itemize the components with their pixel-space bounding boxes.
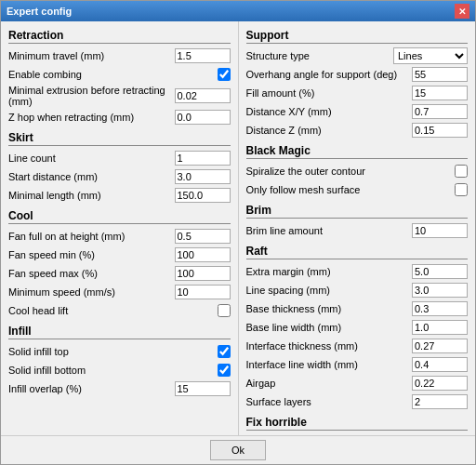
field-row: Z hop when retracting (mm) — [8, 109, 231, 126]
field-input[interactable] — [175, 48, 231, 63]
field-row: Minimum travel (mm) — [8, 47, 231, 64]
field-row: Fill amount (%) — [246, 85, 469, 101]
section-title-black_magic: Black Magic — [246, 144, 469, 159]
field-input[interactable] — [175, 247, 231, 262]
field-select[interactable]: LinesGridNone — [393, 47, 468, 64]
field-label: Structure type — [246, 50, 394, 61]
field-row: Extra margin (mm) — [246, 263, 469, 280]
field-row: Fan speed max (%) — [8, 265, 231, 282]
field-row: Minimal extrusion before retracting (mm) — [8, 85, 231, 107]
field-label: Minimum speed (mm/s) — [8, 286, 175, 298]
field-label: Line spacing (mm) — [246, 285, 413, 296]
field-checkbox[interactable] — [218, 364, 231, 377]
field-input[interactable] — [412, 264, 468, 279]
field-checkbox[interactable] — [218, 345, 231, 358]
field-input[interactable] — [175, 110, 231, 125]
field-row: Interface thickness (mm) — [246, 338, 469, 354]
field-input[interactable] — [412, 301, 468, 316]
field-row: Minimum speed (mm/s) — [8, 284, 231, 300]
field-label: Overhang angle for support (deg) — [246, 69, 413, 80]
section-title-cool: Cool — [8, 209, 231, 224]
field-row: Solid infill bottom — [8, 362, 231, 379]
field-input[interactable] — [175, 151, 231, 166]
close-button[interactable]: ✕ — [455, 4, 469, 19]
field-checkbox[interactable] — [218, 68, 231, 81]
right-column: SupportStructure typeLinesGridNoneOverha… — [239, 21, 476, 435]
field-input[interactable] — [412, 339, 468, 353]
field-input[interactable] — [412, 376, 468, 391]
section-title-raft: Raft — [246, 245, 469, 259]
titlebar: Expert config ✕ — [1, 1, 475, 21]
field-row: Interface line width (mm) — [246, 356, 469, 373]
field-label: Brim line amount — [246, 225, 413, 236]
field-label: Z hop when retracting (mm) — [8, 112, 175, 123]
field-input[interactable] — [412, 394, 468, 409]
field-input[interactable] — [412, 283, 468, 298]
field-label: Spiralize the outer contour — [246, 166, 456, 177]
field-label: Fan speed min (%) — [8, 249, 175, 260]
field-input[interactable] — [175, 169, 231, 184]
left-column: RetractionMinimum travel (mm)Enable comb… — [1, 21, 239, 435]
field-input[interactable] — [412, 86, 468, 100]
field-input[interactable] — [175, 188, 231, 203]
field-row: Cool head lift — [8, 302, 231, 319]
field-row: Surface layers — [246, 393, 469, 410]
field-row: Enable combing — [8, 66, 231, 83]
content-area: RetractionMinimum travel (mm)Enable comb… — [1, 21, 475, 435]
section-title-infill: Infill — [8, 325, 231, 339]
field-checkbox[interactable] — [455, 183, 468, 196]
field-row: Base line width (mm) — [246, 319, 469, 336]
field-input[interactable] — [412, 223, 468, 238]
field-label: Start distance (mm) — [8, 171, 175, 182]
field-row: Airgap — [246, 375, 469, 392]
field-label: Fill amount (%) — [246, 87, 413, 99]
field-row: Only follow mesh surface — [246, 181, 469, 198]
bottom-bar: Ok — [1, 435, 475, 464]
field-input[interactable] — [412, 104, 468, 119]
field-row: Distance X/Y (mm) — [246, 103, 469, 120]
field-input[interactable] — [412, 357, 468, 372]
field-row: Overhang angle for support (deg) — [246, 66, 469, 83]
field-input[interactable] — [412, 67, 468, 82]
field-label: Distance X/Y (mm) — [246, 106, 413, 117]
field-row: Solid infill top — [8, 343, 231, 360]
field-label: Fan speed max (%) — [8, 268, 175, 279]
field-checkbox[interactable] — [455, 165, 468, 178]
field-label: Solid infill bottom — [8, 365, 218, 376]
expert-config-window: Expert config ✕ RetractionMinimum travel… — [0, 0, 476, 465]
field-label: Infill overlap (%) — [8, 383, 175, 394]
field-input[interactable] — [175, 266, 231, 281]
field-row: Spiralize the outer contour — [246, 163, 469, 179]
field-label: Only follow mesh surface — [246, 184, 456, 195]
section-title-skirt: Skirt — [8, 131, 231, 146]
field-label: Distance Z (mm) — [246, 125, 413, 136]
field-label: Enable combing — [8, 69, 218, 80]
window-title: Expert config — [7, 6, 72, 17]
field-row: Structure typeLinesGridNone — [246, 47, 469, 64]
field-row: Start distance (mm) — [8, 168, 231, 185]
field-label: Minimal extrusion before retracting (mm) — [8, 85, 175, 107]
field-row: Infill overlap (%) — [8, 380, 231, 397]
field-checkbox[interactable] — [218, 304, 231, 317]
field-input[interactable] — [175, 229, 231, 244]
field-row: Brim line amount — [246, 222, 469, 239]
field-label: Surface layers — [246, 396, 413, 407]
field-input[interactable] — [175, 285, 231, 299]
section-title-retraction: Retraction — [8, 29, 231, 44]
field-label: Fan full on at height (mm) — [8, 231, 175, 242]
field-row: Fan full on at height (mm) — [8, 228, 231, 245]
field-row: Line spacing (mm) — [246, 282, 469, 299]
field-label: Base line width (mm) — [246, 322, 413, 333]
field-input[interactable] — [412, 123, 468, 138]
section-title-fix_horrible: Fix horrible — [246, 416, 469, 431]
field-row: Line count — [8, 150, 231, 166]
section-title-brim: Brim — [246, 204, 469, 219]
field-row: Minimal length (mm) — [8, 187, 231, 204]
ok-button[interactable]: Ok — [210, 440, 266, 460]
field-row: Base thickness (mm) — [246, 300, 469, 317]
field-input[interactable] — [175, 381, 231, 396]
field-input[interactable] — [175, 88, 231, 103]
field-input[interactable] — [412, 320, 468, 335]
field-label: Interface thickness (mm) — [246, 340, 413, 352]
field-label: Cool head lift — [8, 305, 218, 316]
